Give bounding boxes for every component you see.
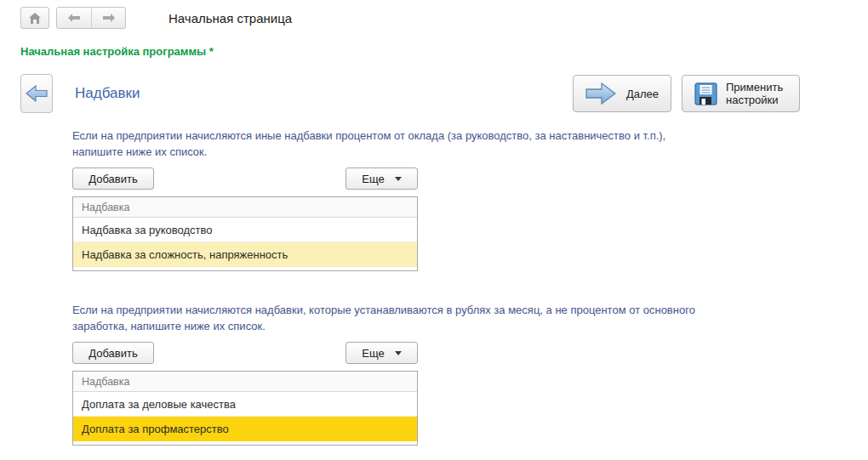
section-description: Если на предприятии начисляются иные над… [72,128,868,160]
next-button[interactable]: Далее [573,75,671,112]
dropdown-arrow-icon [395,351,402,355]
add-allowance-button[interactable]: Добавить [72,342,154,364]
big-right-block-arrow-icon [585,82,616,105]
page-title: Начальная страница [168,11,292,26]
table-row[interactable]: Надбавка за руководство [73,218,417,242]
dropdown-arrow-icon [395,177,402,181]
big-left-block-arrow-icon [26,85,48,102]
wizard-title: Начальная настройка программы * [20,45,868,58]
more-menu-label: Еще [362,173,384,185]
table-row-selected[interactable]: Доплата за профмастерство [73,417,417,441]
table-row[interactable]: Доплата за деловые качества [73,392,417,417]
section-description: Если на предприятии начисляются надбавки… [72,302,868,334]
left-arrow-icon [66,13,82,23]
top-toolbar: Начальная страница [0,0,868,29]
forward-button[interactable] [91,8,125,28]
next-button-label: Далее [626,88,659,100]
floppy-save-icon [694,82,717,105]
table-row-selected[interactable]: Надбавка за сложность, напряженность [73,242,417,267]
step-header: Надбавки Далее [0,74,868,113]
table-column-header: Надбавка [73,372,417,392]
add-allowance-button[interactable]: Добавить [72,168,154,190]
fixed-amount-allowances-section: Если на предприятии начисляются надбавки… [72,302,868,446]
allowances-table: Надбавка Надбавка за руководство Надбавк… [72,196,418,271]
more-menu-button[interactable]: Еще [345,168,418,190]
back-button[interactable] [57,8,91,28]
house-icon [28,12,42,25]
allowances-table: Надбавка Доплата за деловые качества Доп… [72,371,418,446]
right-arrow-icon [101,13,117,23]
history-nav-group [56,7,126,29]
percent-allowances-section: Если на предприятии начисляются иные над… [72,128,868,271]
more-menu-button[interactable]: Еще [345,342,418,364]
home-button[interactable] [20,7,49,29]
table-column-header: Надбавка [73,197,417,218]
apply-settings-button[interactable]: Применить настройки [682,75,800,112]
more-menu-label: Еще [362,347,384,360]
step-title: Надбавки [75,85,140,102]
apply-settings-label: Применить настройки [726,81,787,106]
wizard-back-button[interactable] [20,74,53,113]
